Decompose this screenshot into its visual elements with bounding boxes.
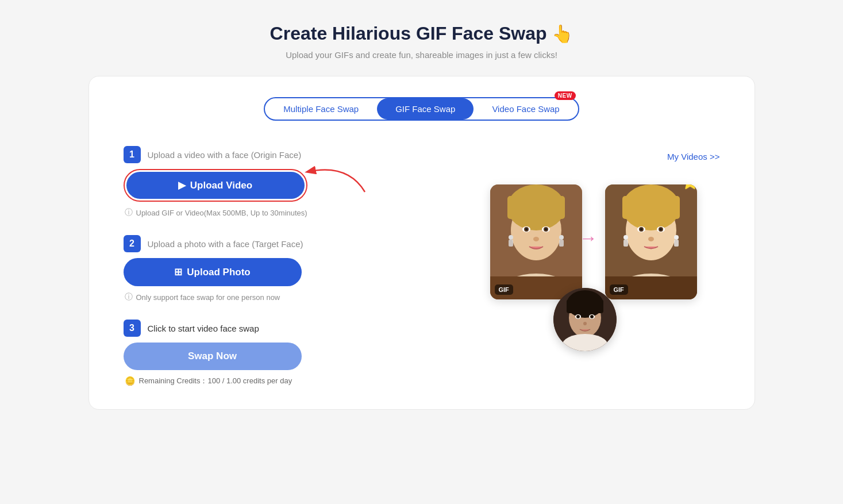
svg-point-28 — [648, 237, 654, 241]
page-subtitle: Upload your GIFs and create fun, shareab… — [286, 50, 557, 60]
play-icon: ▶ — [178, 179, 186, 191]
tab-pill: Multiple Face Swap GIF Face Swap Video F… — [264, 97, 579, 121]
svg-rect-32 — [674, 240, 679, 247]
tab-bar: Multiple Face Swap GIF Face Swap Video F… — [124, 97, 720, 121]
step-2-label: Upload a photo with a face (Target Face) — [148, 239, 303, 249]
gif-badge-right: GIF — [610, 284, 628, 295]
upload-video-btn-wrapper: ▶ Upload Video — [124, 169, 307, 202]
face-circle-target — [553, 288, 617, 351]
credits-row: 🪙 Remaining Credits：100 / 1.00 credits p… — [125, 376, 365, 386]
step-2-hint: ⓘ Only support face swap for one person … — [125, 292, 365, 302]
step-2-header: 2 Upload a photo with a face (Target Fac… — [124, 235, 365, 252]
svg-rect-31 — [623, 240, 628, 247]
step-1-number: 1 — [124, 146, 141, 163]
main-card: Multiple Face Swap GIF Face Swap Video F… — [88, 76, 755, 410]
preview-column: My Videos >> — [376, 152, 720, 357]
svg-rect-14 — [509, 240, 513, 247]
upload-photo-button[interactable]: ⊞ Upload Photo — [124, 258, 302, 286]
svg-point-13 — [559, 235, 564, 240]
coins-icon: 🪙 — [125, 376, 136, 386]
step-1-header: 1 Upload a video with a face (Origin Fac… — [124, 146, 365, 163]
step-1: 1 Upload a video with a face (Origin Fac… — [124, 146, 365, 218]
svg-rect-4 — [507, 196, 565, 219]
info-icon-2: ⓘ — [125, 292, 133, 302]
svg-point-45 — [583, 322, 587, 325]
svg-point-10 — [545, 228, 547, 230]
face-card-result: ⭐✦ GIF — [605, 184, 697, 299]
svg-point-44 — [591, 316, 592, 318]
svg-point-27 — [660, 228, 662, 230]
step-2-number: 2 — [124, 235, 141, 252]
tab-gif-face-swap[interactable]: GIF Face Swap — [377, 98, 474, 120]
step-3-label: Click to start video face swap — [148, 324, 259, 333]
tab-multiple-face-swap[interactable]: Multiple Face Swap — [265, 98, 377, 120]
step-1-hint: ⓘ Upload GIF or Video(Max 500MB, Up to 3… — [125, 207, 365, 218]
svg-point-30 — [674, 235, 679, 240]
upload-video-button[interactable]: ▶ Upload Video — [126, 172, 305, 199]
svg-rect-38 — [567, 299, 603, 313]
swap-arrow: → — [579, 228, 598, 249]
step-3: 3 Click to start video face swap Swap No… — [124, 320, 365, 386]
title-emoji: 👆 — [552, 24, 573, 43]
step-3-number: 3 — [124, 320, 141, 337]
steps-column: 1 Upload a video with a face (Origin Fac… — [124, 146, 365, 386]
svg-point-12 — [509, 235, 513, 240]
swap-now-button[interactable]: Swap Now — [124, 343, 302, 370]
page-title: Create Hilarious GIF Face Swap 👆 — [270, 23, 573, 44]
step-2: 2 Upload a photo with a face (Target Fac… — [124, 235, 365, 302]
svg-rect-15 — [559, 240, 564, 247]
stars-decoration: ⭐✦ — [682, 184, 697, 190]
svg-point-24 — [640, 228, 642, 230]
info-icon-1: ⓘ — [125, 207, 133, 218]
new-badge: NEW — [555, 91, 576, 100]
step-3-header: 3 Click to start video face swap — [124, 320, 365, 337]
svg-rect-21 — [622, 196, 680, 219]
step-1-label: Upload a video with a face (Origin Face) — [148, 150, 302, 160]
tab-video-face-swap[interactable]: Video Face Swap NEW — [474, 98, 578, 120]
gif-badge-left: GIF — [495, 284, 513, 295]
svg-point-7 — [525, 228, 528, 230]
image-icon: ⊞ — [174, 266, 182, 278]
preview-illustration: GIF → — [479, 173, 720, 357]
face-svg-right — [605, 184, 697, 299]
svg-point-29 — [623, 235, 628, 240]
my-videos-link[interactable]: My Videos >> — [667, 152, 719, 161]
face-svg-left — [490, 184, 582, 299]
svg-point-41 — [577, 316, 579, 318]
face-svg-circle — [553, 288, 617, 351]
face-card-origin: GIF — [490, 184, 582, 299]
content-row: 1 Upload a video with a face (Origin Fac… — [124, 146, 720, 386]
svg-point-11 — [533, 237, 539, 241]
